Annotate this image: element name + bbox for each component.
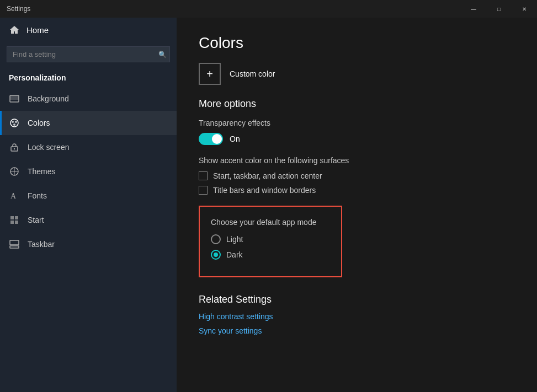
- custom-color-button[interactable]: +: [199, 63, 221, 85]
- radio-row-light: Light: [211, 234, 330, 244]
- checkbox-taskbar-label: Start, taskbar, and action center: [213, 171, 322, 180]
- sidebar-item-lockscreen[interactable]: Lock screen: [0, 135, 177, 159]
- svg-point-5: [13, 123, 15, 126]
- svg-point-7: [14, 148, 15, 149]
- svg-rect-10: [10, 216, 14, 219]
- high-contrast-link[interactable]: High contrast settings: [199, 312, 515, 321]
- window-controls: — □ ✕: [461, 0, 537, 18]
- sidebar-item-start[interactable]: Start: [0, 208, 177, 232]
- custom-color-row: + Custom color: [199, 63, 515, 85]
- sidebar-item-colors[interactable]: Colors: [0, 111, 177, 135]
- svg-point-4: [15, 121, 17, 123]
- svg-rect-13: [15, 221, 18, 224]
- themes-icon: [9, 166, 20, 177]
- checkbox-row-titlebars: Title bars and window borders: [199, 186, 515, 195]
- sidebar-item-label: Background: [28, 94, 69, 103]
- sidebar: Home 🔍 Personalization Background: [0, 18, 177, 392]
- checkbox-titlebars-label: Title bars and window borders: [213, 186, 316, 195]
- app-mode-section: Choose your default app mode Light Dark: [199, 206, 342, 277]
- sidebar-item-label: Start: [28, 216, 44, 224]
- titlebar: Settings — □ ✕: [0, 0, 537, 18]
- transparency-value: On: [230, 135, 240, 143]
- radio-light[interactable]: [211, 234, 221, 244]
- sidebar-item-label: Fonts: [28, 191, 47, 200]
- radio-row-dark: Dark: [211, 250, 330, 260]
- fonts-icon: A: [9, 190, 20, 201]
- search-icon[interactable]: 🔍: [158, 51, 167, 58]
- toggle-knob: [212, 134, 222, 144]
- sidebar-item-label: Lock screen: [28, 143, 69, 152]
- app-mode-title: Choose your default app mode: [211, 218, 330, 227]
- radio-dark-label: Dark: [226, 250, 243, 259]
- sidebar-item-label: Themes: [28, 167, 56, 176]
- sidebar-item-themes[interactable]: Themes: [0, 159, 177, 184]
- checkbox-row-taskbar: Start, taskbar, and action center: [199, 171, 515, 180]
- sidebar-item-label: Taskbar: [28, 240, 55, 249]
- more-options-heading: More options: [199, 98, 515, 110]
- main-layout: Home 🔍 Personalization Background: [0, 18, 537, 392]
- sidebar-home-label: Home: [26, 25, 49, 35]
- radio-dark[interactable]: [211, 250, 221, 260]
- radio-light-label: Light: [226, 235, 243, 244]
- transparency-label: Transparency effects: [199, 119, 515, 127]
- checkbox-titlebars[interactable]: [199, 186, 208, 195]
- svg-rect-11: [15, 216, 18, 219]
- minimize-button[interactable]: —: [461, 0, 486, 18]
- colors-icon: [9, 117, 20, 128]
- window-title: Settings: [7, 5, 30, 13]
- sidebar-item-label: Colors: [28, 119, 50, 127]
- sidebar-item-fonts[interactable]: A Fonts: [0, 184, 177, 208]
- start-icon: [9, 214, 20, 225]
- taskbar-icon: [9, 239, 20, 250]
- related-settings-heading: Related Settings: [199, 294, 515, 305]
- transparency-option: Transparency effects On: [199, 119, 515, 145]
- close-button[interactable]: ✕: [512, 0, 537, 18]
- svg-point-3: [12, 121, 14, 123]
- sync-settings-link[interactable]: Sync your settings: [199, 326, 515, 335]
- svg-rect-14: [10, 246, 19, 248]
- svg-rect-12: [10, 221, 14, 224]
- svg-rect-15: [10, 240, 19, 245]
- home-icon: [9, 24, 20, 35]
- checkbox-taskbar[interactable]: [199, 171, 208, 180]
- content-area: Colors + Custom color More options Trans…: [177, 18, 537, 392]
- search-input[interactable]: [7, 46, 170, 62]
- background-icon: [9, 93, 20, 104]
- svg-text:A: A: [10, 192, 17, 200]
- sidebar-section-label: Personalization: [0, 69, 177, 87]
- transparency-toggle[interactable]: [199, 133, 223, 145]
- custom-color-label: Custom color: [230, 69, 275, 78]
- sidebar-item-taskbar[interactable]: Taskbar: [0, 232, 177, 256]
- accent-section: Show accent color on the following surfa…: [199, 156, 515, 195]
- toggle-row: On: [199, 133, 515, 145]
- accent-surface-label: Show accent color on the following surfa…: [199, 156, 515, 165]
- lockscreen-icon: [9, 142, 20, 153]
- sidebar-search-container: 🔍: [7, 46, 170, 62]
- sidebar-home-button[interactable]: Home: [0, 18, 177, 42]
- sidebar-item-background[interactable]: Background: [0, 87, 177, 111]
- svg-rect-1: [10, 95, 19, 100]
- page-title: Colors: [199, 34, 515, 52]
- maximize-button[interactable]: □: [486, 0, 512, 18]
